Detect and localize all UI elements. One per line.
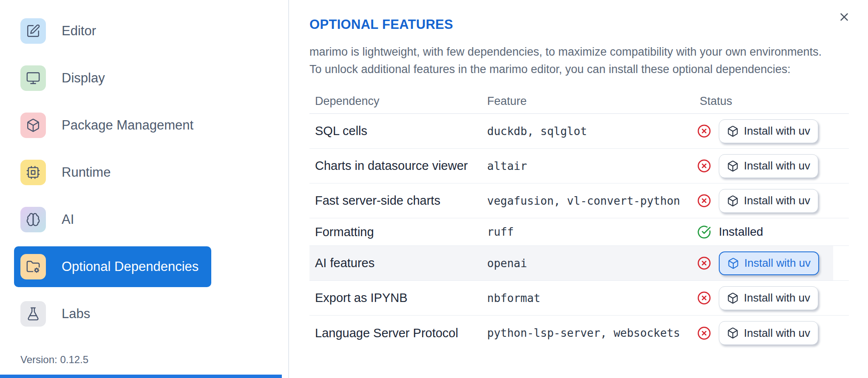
sidebar-item-label: Package Management <box>62 118 193 133</box>
sidebar-item-ai[interactable]: AI <box>14 199 211 240</box>
dependency-cell: AI features <box>309 256 482 270</box>
status-cell: Install with uv <box>694 321 849 345</box>
description-line-1: marimo is lightweight, with few dependen… <box>309 43 868 61</box>
feature-cell: python-lsp-server, websockets <box>482 327 694 339</box>
package-icon <box>727 195 739 207</box>
feature-cell: altair <box>482 160 694 172</box>
package-icon <box>727 125 739 137</box>
sidebar-item-labs[interactable]: Labs <box>14 293 211 334</box>
sidebar-item-label: Labs <box>62 306 90 322</box>
dependency-cell: Formatting <box>309 225 482 239</box>
sidebar-item-package-management[interactable]: Package Management <box>14 105 211 146</box>
table-row: AI features openai Install with uv <box>309 246 849 281</box>
install-button-label: Install with uv <box>744 194 810 207</box>
feature-cell: duckdb, sqlglot <box>482 125 694 138</box>
install-with-uv-button[interactable]: Install with uv <box>719 119 818 143</box>
package-icon <box>727 292 739 304</box>
flask-icon <box>20 301 46 327</box>
not-installed-icon <box>697 256 711 270</box>
column-header-status: Status <box>694 95 849 108</box>
sidebar-item-runtime[interactable]: Runtime <box>14 152 211 193</box>
install-button-label: Install with uv <box>744 159 810 172</box>
brain-icon <box>20 207 46 232</box>
column-header-dependency: Dependency <box>309 95 482 108</box>
feature-cell: nbformat <box>482 292 694 305</box>
status-cell: Install with uv <box>694 286 849 310</box>
sidebar-item-display[interactable]: Display <box>14 58 211 99</box>
not-installed-icon <box>697 326 711 340</box>
status-cell: Install with uv <box>694 154 849 178</box>
version-label: Version: 0.12.5 <box>20 354 88 366</box>
not-installed-icon <box>697 124 711 138</box>
status-cell: Install with uv <box>694 251 849 275</box>
table-row: Language Server Protocol python-lsp-serv… <box>309 316 849 350</box>
status-cell: Install with uv <box>694 119 849 143</box>
sidebar-item-editor[interactable]: Editor <box>14 11 211 51</box>
not-installed-icon <box>697 159 711 173</box>
not-installed-icon <box>697 194 711 208</box>
table-row: Export as IPYNB nbformat Install with uv <box>309 281 849 316</box>
pencil-square-icon <box>20 18 46 44</box>
dependency-cell: Language Server Protocol <box>309 326 482 340</box>
package-icon <box>727 257 739 269</box>
sidebar-item-label: Editor <box>62 23 96 39</box>
table-row: SQL cells duckdb, sqlglot Install with u… <box>309 114 849 149</box>
install-button-label: Install with uv <box>744 257 811 270</box>
table-row: Fast server-side charts vegafusion, vl-c… <box>309 183 849 218</box>
column-header-feature: Feature <box>482 95 694 108</box>
folder-cog-icon <box>20 254 46 279</box>
sidebar-item-label: Optional Dependencies <box>62 259 199 274</box>
settings-sidebar: Editor Display Package Management Runtim… <box>0 0 289 378</box>
feature-cell: ruff <box>482 226 694 238</box>
install-button-label: Install with uv <box>744 291 810 305</box>
install-with-uv-button[interactable]: Install with uv <box>719 251 819 275</box>
settings-dialog: Editor Display Package Management Runtim… <box>0 0 868 378</box>
sidebar-item-label: Runtime <box>62 165 111 180</box>
feature-cell: openai <box>482 257 694 270</box>
install-with-uv-button[interactable]: Install with uv <box>719 286 818 310</box>
install-with-uv-button[interactable]: Install with uv <box>719 154 818 178</box>
package-icon <box>727 160 739 172</box>
package-icon <box>727 327 739 339</box>
dependency-cell: SQL cells <box>309 124 482 138</box>
sidebar-item-label: Display <box>62 71 105 86</box>
install-button-label: Install with uv <box>744 327 810 340</box>
table-row: Charts in datasource viewer altair Insta… <box>309 149 849 183</box>
installed-check-icon <box>697 225 711 239</box>
dependency-cell: Export as IPYNB <box>309 291 482 305</box>
monitor-icon <box>20 65 46 91</box>
install-with-uv-button[interactable]: Install with uv <box>719 189 818 213</box>
status-cell: Installed <box>694 225 849 239</box>
dependencies-table: Dependency Feature Status SQL cells duck… <box>309 89 849 350</box>
feature-cell: vegafusion, vl-convert-python <box>482 195 694 207</box>
close-icon[interactable] <box>835 8 854 26</box>
status-cell: Install with uv <box>694 189 849 213</box>
package-icon <box>20 113 46 138</box>
sidebar-item-label: AI <box>62 212 74 227</box>
install-button-label: Install with uv <box>744 124 810 138</box>
table-header-row: Dependency Feature Status <box>309 89 849 114</box>
cpu-icon <box>20 160 46 185</box>
description-line-2: To unlock additional features in the mar… <box>309 61 868 78</box>
not-installed-icon <box>697 291 711 305</box>
sidebar-bottom-accent-bar <box>0 375 282 378</box>
install-with-uv-button[interactable]: Install with uv <box>719 321 818 345</box>
panel-description: marimo is lightweight, with few dependen… <box>309 43 868 78</box>
sidebar-item-optional-dependencies[interactable]: Optional Dependencies <box>14 246 211 287</box>
installed-label: Installed <box>719 225 763 239</box>
page-title: OPTIONAL FEATURES <box>309 17 868 32</box>
dependency-cell: Fast server-side charts <box>309 194 482 208</box>
optional-features-panel: OPTIONAL FEATURES marimo is lightweight,… <box>289 0 868 378</box>
dependency-cell: Charts in datasource viewer <box>309 159 482 173</box>
table-row: Formatting ruff Installed <box>309 218 849 246</box>
